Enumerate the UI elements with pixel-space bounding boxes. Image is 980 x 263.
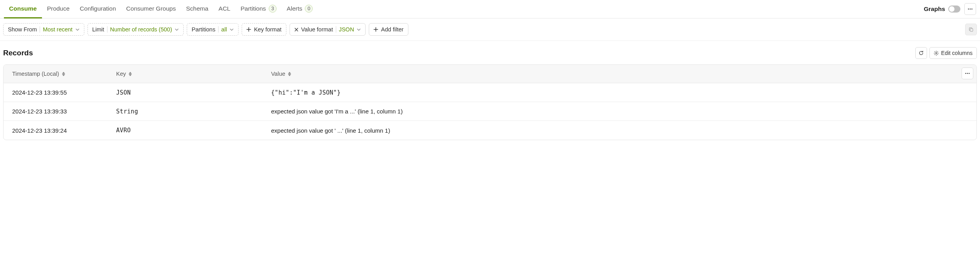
filter-value: JSON [339,26,354,33]
divider [336,26,336,33]
table-row[interactable]: 2024-12-23 13:39:55 JSON {"hi":"I'm a JS… [4,83,976,102]
sort-icon [62,72,65,76]
filter-show-from[interactable]: Show From Most recent [3,23,84,36]
svg-point-1 [970,9,971,10]
tab-acl[interactable]: ACL [213,0,235,18]
tab-configuration[interactable]: Configuration [75,0,121,18]
svg-point-5 [936,52,937,53]
gear-icon [934,51,939,56]
tab-consume[interactable]: Consume [4,0,42,18]
more-horizontal-icon [965,71,970,76]
tab-partitions[interactable]: Partitions 3 [235,0,282,18]
filter-value-format[interactable]: Value format JSON [290,23,366,36]
cell-value: expected json value got 'I'm a ...' (lin… [262,108,976,115]
table-row[interactable]: 2024-12-23 13:39:24 AVRO expected json v… [4,121,976,140]
close-icon[interactable] [294,27,299,32]
cell-timestamp: 2024-12-23 13:39:24 [4,127,107,134]
filter-value: all [221,26,227,33]
filter-label: Key format [254,26,281,33]
tab-produce[interactable]: Produce [42,0,75,18]
column-header-key[interactable]: Key [107,71,262,77]
column-header-timestamp[interactable]: Timestamp (Local) [4,71,107,77]
column-label: Key [116,71,126,77]
filter-key-format[interactable]: Key format [242,23,286,36]
plus-icon [246,27,251,32]
tab-label: Partitions [240,5,266,12]
cell-value: expected json value got ' ...' (line 1, … [262,127,976,134]
svg-point-7 [967,73,968,74]
divider [218,26,219,33]
column-label: Value [271,71,285,77]
graphs-switch[interactable] [948,5,960,13]
row-actions-button[interactable] [962,68,973,79]
cell-timestamp: 2024-12-23 13:39:33 [4,108,107,115]
divider [40,26,40,33]
cell-key: AVRO [107,127,262,134]
svg-point-0 [968,9,969,10]
svg-rect-4 [970,29,973,31]
filter-label: Show From [8,26,37,33]
tab-schema[interactable]: Schema [181,0,213,18]
graphs-toggle: Graphs [924,5,960,13]
refresh-button[interactable] [915,47,927,59]
cell-timestamp: 2024-12-23 13:39:55 [4,89,107,96]
table-row[interactable]: 2024-12-23 13:39:33 String expected json… [4,102,976,121]
button-label: Edit columns [941,50,973,56]
svg-point-2 [971,9,973,10]
chevron-down-icon [75,27,80,32]
sort-icon [288,72,291,76]
copy-button[interactable] [965,24,977,35]
filter-value: Number of records (500) [110,26,172,33]
filter-value: Most recent [43,26,73,33]
more-button[interactable] [964,3,976,15]
records-table: Timestamp (Local) Key Value [3,64,977,140]
cell-value: {"hi":"I'm a JSON"} [262,89,976,96]
tab-label: Produce [47,5,70,12]
chevron-down-icon [230,27,234,32]
alerts-count-badge: 0 [305,5,313,13]
add-filter-button[interactable]: Add filter [369,23,408,36]
tab-label: Alerts [287,5,302,12]
tab-alerts[interactable]: Alerts 0 [282,0,318,18]
graphs-label: Graphs [924,5,945,13]
records-header: Records Edit columns [0,41,980,64]
cell-key: JSON [107,89,262,96]
svg-point-8 [969,73,970,74]
svg-point-6 [965,73,966,74]
copy-icon [968,27,974,32]
records-title: Records [3,49,33,57]
tab-label: Configuration [80,5,116,12]
filter-label: Value format [301,26,333,33]
more-horizontal-icon [967,6,973,12]
tabs-bar: Consume Produce Configuration Consumer G… [0,0,980,18]
cell-key: String [107,108,262,115]
tab-label: Schema [186,5,208,12]
divider [107,26,107,33]
plus-icon [373,27,378,32]
filter-limit[interactable]: Limit Number of records (500) [87,23,184,36]
refresh-icon [918,50,924,56]
sort-icon [129,72,132,76]
chevron-down-icon [357,27,361,32]
partitions-count-badge: 3 [269,5,277,13]
edit-columns-button[interactable]: Edit columns [929,47,977,59]
chevron-down-icon [175,27,179,32]
filter-label: Partitions [191,26,215,33]
filter-label: Limit [92,26,104,33]
filter-partitions[interactable]: Partitions all [187,23,239,36]
filters-bar: Show From Most recent Limit Number of re… [0,18,980,41]
tab-label: ACL [219,5,230,12]
tab-consumer-groups[interactable]: Consumer Groups [121,0,181,18]
filter-label: Add filter [381,26,403,33]
table-header: Timestamp (Local) Key Value [4,65,976,83]
tab-label: Consume [9,5,37,12]
column-label: Timestamp (Local) [12,71,59,77]
tab-label: Consumer Groups [126,5,176,12]
column-header-value[interactable]: Value [262,71,976,77]
